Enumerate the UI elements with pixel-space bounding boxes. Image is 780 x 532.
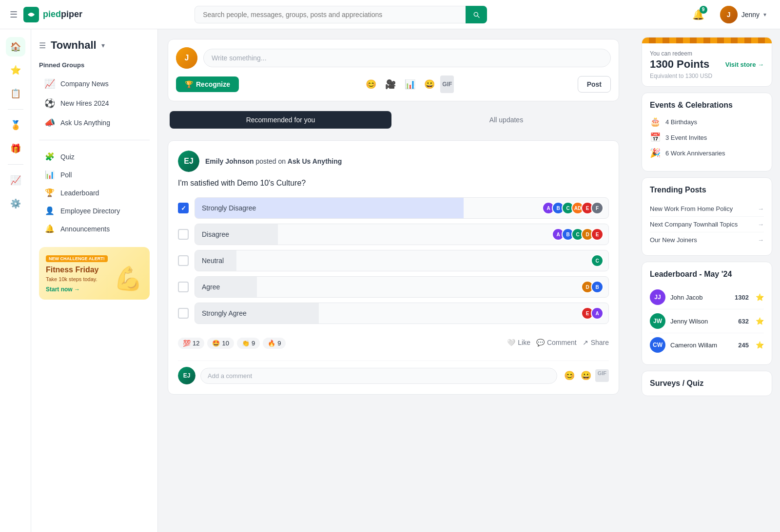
logo[interactable]: piedpiper <box>23 7 82 22</box>
poll-bar-wrap-2[interactable]: Neutral C <box>195 250 609 271</box>
trending-item-label: Our New Joiners <box>650 236 697 244</box>
poll-option-3: Agree D B <box>178 276 609 298</box>
directory-icon: 👤 <box>44 206 56 215</box>
poll-icon: 📊 <box>44 170 56 179</box>
sidebar-item-label: Employee Directory <box>60 207 120 215</box>
user-menu-button[interactable]: J Jenny ▾ <box>716 4 770 25</box>
emoji-tool[interactable]: 😀 <box>421 76 438 93</box>
video-tool[interactable]: 🎥 <box>382 76 399 93</box>
comment-gif-icon[interactable]: GIF <box>595 369 609 382</box>
leaderboard-avatar: JJ <box>650 289 665 305</box>
mention-tool[interactable]: 😊 <box>362 76 380 93</box>
sidebar-item-announcements[interactable]: 🔔 Announcements <box>39 220 150 237</box>
search-input[interactable] <box>195 6 487 23</box>
challenge-illustration: 💪 <box>114 265 143 292</box>
event-item-birthdays[interactable]: 🎂 4 Birthdays <box>650 116 764 127</box>
sidebar-item-employee-directory[interactable]: 👤 Employee Directory <box>39 202 150 219</box>
hamburger-menu[interactable]: ☰ <box>10 9 18 20</box>
rail-analytics[interactable]: 📈 <box>6 171 25 190</box>
leaderboard-icon: 🏆 <box>44 188 56 197</box>
notifications-button[interactable]: 🔔 9 <box>688 5 708 24</box>
sidebar-item-company-news[interactable]: 📈 Company News <box>39 75 150 93</box>
post-button[interactable]: Post <box>578 76 611 93</box>
sidebar-divider <box>39 140 150 140</box>
rail-gift[interactable]: 🎁 <box>6 139 25 158</box>
poll-bar-wrap-3[interactable]: Agree D B <box>195 276 609 298</box>
comment-emoji-icon[interactable]: 😀 <box>579 369 593 382</box>
announcements-icon: 🔔 <box>44 224 56 233</box>
poll-checkbox-2[interactable] <box>178 255 189 266</box>
arrow-right-icon: → <box>758 221 764 228</box>
logo-text: piedpiper <box>43 9 82 19</box>
comment-button[interactable]: 💬Comment <box>536 339 577 346</box>
points-equiv: Equivalent to 1300 USD <box>650 73 764 79</box>
sidebar-item-label: Company News <box>60 80 109 88</box>
sidebar-item-label: New Hires 2024 <box>60 99 109 107</box>
tab-all-updates[interactable]: All updates <box>395 111 617 129</box>
poll-checkbox-3[interactable] <box>178 282 189 292</box>
rail-recognition[interactable]: ⭐ <box>6 60 25 80</box>
trending-item-2[interactable]: Our New Joiners → <box>650 232 764 247</box>
compose-input[interactable]: Write something... <box>203 49 611 67</box>
visit-store-button[interactable]: Visit store → <box>725 61 764 68</box>
leaderboard-item-1[interactable]: JW Jenny Wilson 632 ⭐ <box>650 309 764 333</box>
reaction-1[interactable]: 🤩10 <box>207 338 234 349</box>
reaction-3[interactable]: 🔥9 <box>263 338 286 349</box>
tab-recommended[interactable]: Recommended for you <box>170 111 391 129</box>
like-button[interactable]: 🤍Like <box>507 339 530 346</box>
post-meta: Emily Johnson posted on Ask Us Anything <box>205 157 342 165</box>
search-button[interactable] <box>466 6 487 23</box>
challenge-cta[interactable]: Start now → <box>46 286 98 293</box>
event-item-invites[interactable]: 📅 3 Event Invites <box>650 132 764 143</box>
leaderboard-name: Cameron Willam <box>670 342 733 349</box>
leaderboard-score: 1302 <box>735 294 749 301</box>
rail-feed[interactable]: 📋 <box>6 84 25 103</box>
points-amount: 1300 Points <box>650 58 709 71</box>
sidebar-item-ask-us[interactable]: 📣 Ask Us Anything <box>39 114 150 132</box>
top-navigation: ☰ piedpiper 🔔 9 J Jenny ▾ <box>0 0 780 29</box>
right-sidebar: You can redeem 1300 Points Visit store →… <box>634 29 780 532</box>
composer-avatar: J <box>176 47 197 69</box>
recognize-button[interactable]: 🏆 Recognize <box>176 76 239 92</box>
company-news-icon: 📈 <box>44 78 56 89</box>
poll-checkbox-1[interactable] <box>178 229 189 240</box>
trending-item-label: New Work From Home Policy <box>650 205 733 212</box>
comment-input[interactable]: Add a comment <box>200 368 557 384</box>
comment-tools: 😊 😀 GIF <box>562 369 609 382</box>
comment-mention-icon[interactable]: 😊 <box>562 369 577 382</box>
chart-tool[interactable]: 📊 <box>401 76 419 93</box>
poll-checkbox-4[interactable] <box>178 308 189 319</box>
gif-tool[interactable]: GIF <box>440 76 454 93</box>
events-title: Events & Celebrations <box>650 101 764 110</box>
trending-item-0[interactable]: New Work From Home Policy → <box>650 201 764 217</box>
comment-avatar: EJ <box>178 367 195 384</box>
reaction-2[interactable]: 👏9 <box>237 338 260 349</box>
sidebar-item-leaderboard[interactable]: 🏆 Leaderboard <box>39 184 150 201</box>
poll-checkbox-0[interactable] <box>178 203 189 213</box>
surveys-card: Surveys / Quiz <box>642 371 772 396</box>
rail-achievements[interactable]: 🏅 <box>6 115 25 135</box>
sidebar-item-poll[interactable]: 📊 Poll <box>39 166 150 183</box>
ask-us-icon: 📣 <box>44 117 56 128</box>
event-item-anniversaries[interactable]: 🎉 6 Work Anniversaries <box>650 148 764 158</box>
feed-tabs: Recommended for you All updates <box>168 109 619 131</box>
poll-bar-wrap-4[interactable]: Strongly Agree E A <box>195 303 609 324</box>
arrow-right-icon: → <box>758 236 764 244</box>
leaderboard-avatar: CW <box>650 337 665 353</box>
leaderboard-item-0[interactable]: JJ John Jacob 1302 ⭐ <box>650 285 764 309</box>
sidebar-menu-icon[interactable]: ☰ <box>39 41 46 50</box>
sidebar-item-new-hires[interactable]: ⚽ New Hires 2024 <box>39 94 150 113</box>
rail-settings[interactable]: ⚙️ <box>6 194 25 213</box>
leaderboard-card: Leaderboard - May '24 JJ John Jacob 1302… <box>642 262 772 365</box>
events-card: Events & Celebrations 🎂 4 Birthdays 📅 3 … <box>642 93 772 171</box>
share-button[interactable]: ↗Share <box>583 339 609 346</box>
poll-bar-wrap-1[interactable]: Disagree A B C D E <box>195 224 609 245</box>
poll-bar-wrap-0[interactable]: Strongly Disagree A B C AD E F <box>195 197 609 219</box>
reaction-0[interactable]: 💯12 <box>178 338 204 349</box>
rail-home[interactable]: 🏠 <box>6 37 25 57</box>
user-name: Jenny <box>741 11 760 19</box>
notification-badge: 9 <box>700 6 707 14</box>
leaderboard-item-2[interactable]: CW Cameron Willam 245 ⭐ <box>650 333 764 357</box>
trending-item-1[interactable]: Next Company Townhall Topics → <box>650 217 764 232</box>
sidebar-item-quiz[interactable]: 🧩 Quiz <box>39 148 150 165</box>
